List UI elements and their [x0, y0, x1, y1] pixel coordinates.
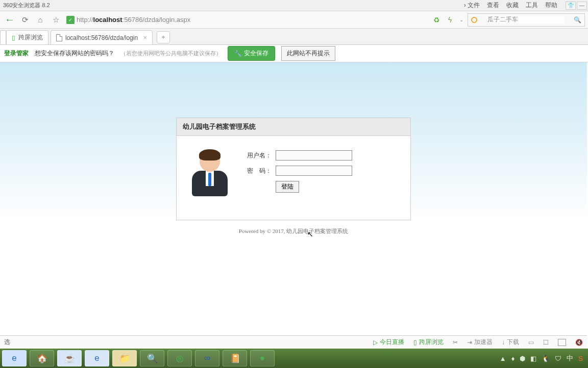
wrench-icon: 🔧 [234, 50, 242, 57]
taskbar-app-3[interactable]: ∞ [195, 350, 219, 366]
tray-icon-1[interactable]: ♦ [511, 355, 515, 362]
tray-icon-3[interactable]: ◧ [530, 355, 536, 362]
sync-icon[interactable]: ♻ [431, 16, 442, 24]
pwbar-note: （若您使用网吧等公共电脑不建议保存） [120, 50, 222, 57]
login-form: 用户名： 密 码： 登陆 [242, 148, 400, 199]
minimize-button[interactable]: — [577, 2, 587, 10]
tray-icon-2[interactable]: ⬢ [520, 355, 525, 362]
page-icon [56, 34, 62, 41]
menu-view[interactable]: 查看 [487, 1, 499, 10]
tray-ime-icon[interactable]: 中 [567, 354, 573, 363]
taskbar-explorer[interactable]: 📁 [112, 350, 137, 366]
taskbar-app-4[interactable]: 📔 [223, 350, 247, 366]
windows-taskbar: e 🏠 ☕ e 📁 🔍 ◎ ∞ 📔 ● ▲ ♦ ⬢ ◧ 🐧 🛡 中 S [0, 349, 588, 368]
taskbar-ie2[interactable]: e [85, 350, 109, 366]
page-content: 幼儿园电子档案管理系统 用户名： 密 码： 登陆 Powered by © 20… [0, 62, 587, 335]
new-tab-button[interactable]: + [157, 31, 170, 43]
status-screen-icon[interactable] [558, 339, 566, 346]
search-box[interactable]: 🔍 [468, 13, 585, 27]
tab-label: localhost:56786/dzda/login.a [65, 34, 138, 41]
app-title: 360安全浏览器 8.2 [3, 2, 50, 9]
phone-icon: ▯ [12, 34, 15, 41]
login-panel: 幼儿园电子档案管理系统 用户名： 密 码： 登陆 [176, 118, 411, 220]
search-icon[interactable]: 🔍 [574, 16, 581, 24]
window-controls: 👕 — [566, 2, 587, 10]
safe-save-button[interactable]: 🔧 安全保存 [228, 46, 275, 61]
mode-dropdown[interactable]: ⌄ [457, 17, 465, 22]
status-bar: 选 ▷今日直播 ▯跨屏浏览 ✂ ⇥加速器 ↓下载 ▭ ☐ 🔇 [0, 335, 587, 349]
status-left: 选 [4, 338, 10, 347]
avatar-icon [187, 148, 233, 199]
status-mute-icon[interactable]: 🔇 [575, 339, 583, 346]
password-label: 密 码： [242, 167, 272, 175]
favorite-button[interactable]: ☆ [49, 13, 62, 27]
menu-tools[interactable]: 工具 [526, 1, 538, 10]
tray-icon-5[interactable]: 🛡 [555, 355, 561, 362]
taskbar-360[interactable]: ◎ [167, 350, 192, 366]
system-tray: ▲ ♦ ⬢ ◧ 🐧 🛡 中 S [500, 354, 586, 363]
menu-bar: › 文件 查看 收藏 工具 帮助 [464, 1, 557, 10]
tray-sogou-icon[interactable]: S [578, 355, 583, 362]
username-input[interactable] [276, 150, 352, 160]
status-scissors[interactable]: ✂ [453, 339, 458, 346]
url-rest: :56786/dzda/login.aspx [122, 16, 191, 24]
password-input[interactable] [276, 166, 352, 176]
status-download[interactable]: ↓下载 [502, 338, 519, 347]
panel-body: 用户名： 密 码： 登陆 [177, 136, 410, 220]
phone-icon: ▯ [413, 339, 417, 346]
rocket-icon: ⇥ [467, 339, 472, 346]
panel-title: 幼儿园电子档案管理系统 [177, 118, 410, 136]
no-save-label: 此网站不再提示 [287, 50, 330, 57]
lightning-icon[interactable]: ϟ [444, 16, 455, 24]
status-note-icon[interactable]: ☐ [543, 339, 549, 346]
url-prefix: http:// [77, 16, 93, 24]
search-input[interactable] [487, 16, 564, 24]
close-icon[interactable]: × [143, 34, 147, 41]
tray-flag-icon[interactable]: ▲ [500, 355, 506, 362]
reload-button[interactable]: ⟳ [18, 13, 32, 27]
home-button[interactable]: ⌂ [34, 13, 47, 27]
search-engine-icon [471, 17, 477, 23]
username-label: 用户名： [242, 151, 272, 160]
status-flag-icon[interactable]: ▭ [528, 339, 534, 346]
play-icon: ▷ [373, 339, 378, 346]
pwbar-message: 想安全保存该网站的密码吗？ [35, 49, 114, 58]
taskbar-java[interactable]: ☕ [57, 350, 82, 366]
taskbar-app-5[interactable]: ● [250, 350, 275, 366]
tab-label: 跨屏浏览 [18, 33, 43, 42]
taskbar-ie[interactable]: e [2, 350, 27, 366]
window-titlebar: 360安全浏览器 8.2 › 文件 查看 收藏 工具 帮助 👕 — [0, 0, 588, 11]
tab-bar: ▯ 跨屏浏览 localhost:56786/dzda/login.a × + [0, 29, 588, 45]
tray-icon-4[interactable]: 🐧 [542, 355, 550, 362]
menu-favorites[interactable]: 收藏 [506, 1, 519, 10]
download-icon: ↓ [502, 339, 505, 346]
tab-localhost[interactable]: localhost:56786/dzda/login.a × [51, 30, 153, 44]
url-host: localhost [93, 16, 122, 24]
browser-toolbar: ← ⟳ ⌂ ☆ ✓ http://localhost:56786/dzda/lo… [0, 11, 588, 29]
status-crossscreen[interactable]: ▯跨屏浏览 [413, 338, 444, 347]
page-footer: Powered by © 2017, 幼儿园电子档案管理系统 [0, 227, 587, 235]
tab-crossscreen[interactable]: ▯ 跨屏浏览 [6, 30, 48, 44]
taskbar-app-1[interactable]: 🏠 [30, 350, 54, 366]
login-button[interactable]: 登陆 [276, 181, 299, 193]
shield-icon: ✓ [66, 16, 75, 24]
safe-save-label: 安全保存 [244, 49, 268, 58]
address-bar[interactable]: ✓ http://localhost:56786/dzda/login.aspx [64, 13, 381, 27]
no-save-button[interactable]: 此网站不再提示 [281, 46, 335, 61]
status-live[interactable]: ▷今日直播 [373, 338, 404, 347]
menu-help[interactable]: 帮助 [545, 1, 557, 10]
tab-leading[interactable] [0, 30, 6, 44]
back-button[interactable]: ← [3, 13, 16, 27]
skin-button[interactable]: 👕 [566, 2, 576, 10]
menu-file[interactable]: › 文件 [464, 1, 480, 10]
password-save-bar: 登录管家 想安全保存该网站的密码吗？ （若您使用网吧等公共电脑不建议保存） 🔧 … [0, 45, 588, 62]
taskbar-app-2[interactable]: 🔍 [140, 350, 164, 366]
pwbar-brand: 登录管家 [4, 49, 29, 58]
status-accelerator[interactable]: ⇥加速器 [467, 338, 493, 347]
